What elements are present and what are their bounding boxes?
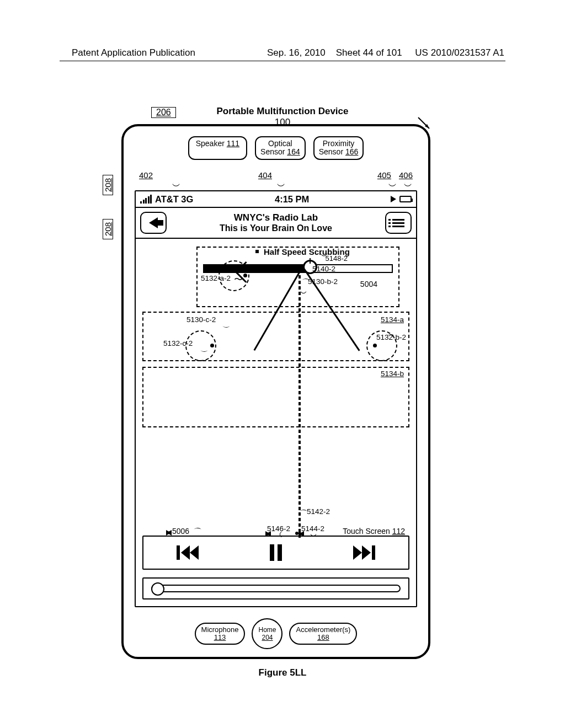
device-title: Portable Multifunction Device [0,106,565,117]
ref-5140-2: 5140-2 [312,265,335,273]
ref-5130-b-2: 5130-b-2 [308,277,338,286]
home-text: Home [258,627,276,633]
tracklist-button[interactable] [385,212,412,234]
tilde-icon-4: ⌒ [200,341,209,353]
pause-icon [270,544,282,561]
vertical-motion-line [299,264,301,540]
prox-l2: Sensor [319,147,343,156]
signal-bars-icon [140,195,152,204]
nav-row: WNYC's Radio Lab This is Your Brain On L… [136,208,416,239]
accel-num: 168 [296,634,350,641]
battery-icon [399,196,412,202]
content-area[interactable]: Half Speed Scrubbing 5148-2 51 [136,241,416,606]
header-date: Sep. 16, 2010 [267,47,326,58]
microphone-label: Microphone 113 [195,623,246,645]
volume-knob[interactable] [151,582,164,596]
now-playing-title: WNYC's Radio Lab [170,212,382,223]
ref-406: 406 [399,170,413,180]
ref-5142-2: 5142-2 [307,507,330,516]
prox-l1: Proximity [323,139,355,148]
play-indicator-icon [391,196,396,202]
ref-402: 402 [139,170,153,180]
touch-screen-label: Touch Screen 112 [343,527,405,536]
hook-row [124,181,428,189]
volume-row [142,577,409,599]
tilde-icon-2: ⌒ [301,277,310,289]
scrub-tick-icon [255,250,259,253]
prox-num: 166 [345,147,358,156]
volume-slider[interactable] [151,585,401,592]
mic-text: Microphone [201,626,239,634]
device-frame: 206 208 208 Speaker 111 Optical Sensor 1… [121,124,430,659]
header-left: Patent Application Publication [72,47,195,58]
rewind-button[interactable] [175,543,200,562]
touch-screen[interactable]: AT&T 3G 4:15 PM WNYC's Radio Lab This is… [135,190,417,607]
lead-line-icon [417,116,434,133]
tilde-icon: 〜 [234,274,243,286]
scrub-region-c [142,367,409,427]
accel-text: Accelerometer(s) [296,626,350,634]
forward-button[interactable] [352,543,376,562]
ref-row-top: 402 404 405 406 [124,170,428,180]
accelerometer-label: Accelerometer(s) 168 [289,623,357,645]
optical-l1: Optical [268,139,292,148]
speaker-label: Speaker 111 [188,136,247,160]
ref-5130-c-2: 5130-c-2 [186,315,216,324]
header-rule [60,61,505,61]
header-right: Sep. 16, 2010 Sheet 44 of 101 US 2010/02… [267,47,504,58]
home-button[interactable]: Home 204 [252,618,282,649]
ref-405: 405 [377,170,391,180]
ref-5134-a: 5134-a [381,315,404,324]
ts-num: 112 [392,527,405,536]
proximity-sensor-label: Proximity Sensor 166 [313,136,364,160]
ref-5134-b: 5134-b [381,370,404,378]
transport-controls [142,536,409,570]
top-sensors-row: Speaker 111 Optical Sensor 164 Proximity… [124,136,428,160]
optical-num: 164 [287,147,300,156]
arrow-left-icon [149,217,158,228]
mic-num: 113 [201,634,239,641]
ts-text: Touch Screen [343,527,390,536]
home-num: 204 [262,634,273,641]
carrier-label: AT&T 3G [155,194,193,205]
tilde-icon-3: ⌒ [222,317,231,329]
tilde-icon-5: ⌒ [386,333,395,345]
ref-206: 206 [151,107,176,118]
hardware-row: Microphone 113 Home 204 Accelerometer(s)… [124,618,428,649]
ref-208-b: 208 [103,219,113,239]
optical-sensor-label: Optical Sensor 164 [255,136,306,160]
header-sheet: Sheet 44 of 101 [336,47,402,58]
forward-icon [353,545,375,560]
optical-l2: Sensor [260,147,285,156]
ref-5148-2: 5148-2 [326,254,348,263]
ref-5006: 5006 [172,527,189,536]
speaker-text: Speaker [196,139,225,148]
clock-label: 4:15 PM [275,194,309,205]
ref-5132-c-2: 5132-c-2 [163,339,193,347]
status-bar: AT&T 3G 4:15 PM [136,191,416,208]
ref-5132-a-2: 5132-a-2 [201,274,231,282]
ref-404: 404 [258,170,272,180]
rewind-icon [177,545,199,560]
now-playing-subtitle: This is Your Brain On Love [170,223,382,233]
pause-button[interactable] [264,543,288,562]
figure-caption: Figure 5LL [0,667,565,678]
speaker-num: 111 [227,139,239,148]
tilde-icon-6: ⌒ [299,508,308,520]
header-docnum: US 2010/0231537 A1 [415,47,504,58]
back-button[interactable] [140,212,167,234]
ref-208-a: 208 [103,175,113,195]
list-icon [392,219,404,227]
